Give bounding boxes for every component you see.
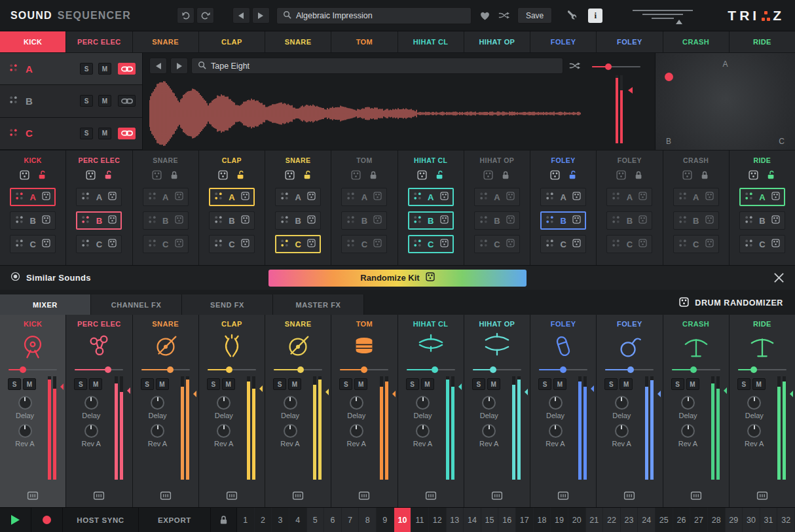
channel-mute-button[interactable]: M — [752, 378, 766, 390]
kit-cell-perc-elec-b[interactable]: B — [76, 211, 122, 230]
step-cell-12[interactable]: 12 — [429, 508, 447, 532]
step-cell-29[interactable]: 29 — [726, 508, 743, 532]
settings-wrench-icon[interactable] — [568, 10, 579, 21]
dice-icon[interactable] — [572, 215, 581, 226]
kit-cell-kick-c[interactable]: C — [10, 235, 56, 253]
kit-cell-snare-a[interactable]: A — [275, 188, 321, 206]
sample-volume-slider[interactable] — [592, 63, 640, 70]
channel-mute-button[interactable]: M — [487, 378, 500, 390]
track-tab-hihat-cl-7[interactable]: HIHAT CL — [398, 31, 464, 52]
step-cell-1[interactable]: 1 — [237, 508, 255, 532]
dice-icon[interactable] — [550, 170, 560, 183]
kit-cell-foley-a[interactable]: A — [540, 188, 586, 206]
delay-knob[interactable] — [482, 396, 496, 410]
dice-icon[interactable] — [351, 170, 361, 183]
lock-icon[interactable] — [502, 170, 510, 183]
channel-pan-slider[interactable] — [738, 366, 786, 374]
step-cell-22[interactable]: 22 — [603, 508, 621, 532]
redo-button[interactable] — [196, 7, 214, 24]
channel-solo-button[interactable]: S — [406, 378, 419, 390]
reverb-knob[interactable] — [151, 424, 164, 438]
dice-icon[interactable] — [218, 170, 228, 183]
save-button[interactable]: Save — [517, 7, 552, 24]
unlock-icon[interactable] — [568, 170, 577, 183]
favorite-heart-icon[interactable] — [480, 11, 490, 20]
dice-icon[interactable] — [175, 215, 183, 226]
kit-cell-ride-a[interactable]: A — [739, 188, 785, 206]
step-cell-7[interactable]: 7 — [342, 508, 360, 532]
preset-next-button[interactable] — [252, 7, 270, 24]
channel-solo-button[interactable]: S — [737, 378, 750, 390]
kit-cell-foley-c[interactable]: C — [540, 235, 586, 253]
kit-cell-foley-a[interactable]: A — [606, 188, 652, 206]
dice-icon[interactable] — [440, 238, 449, 250]
channel-solo-button[interactable]: S — [207, 378, 220, 390]
reverb-knob[interactable] — [217, 424, 231, 438]
layer-row-b[interactable]: BSM — [0, 85, 142, 117]
channel-solo-button[interactable]: S — [141, 378, 154, 390]
output-route-icon[interactable] — [293, 491, 304, 503]
output-route-icon[interactable] — [425, 491, 436, 503]
layer-link-button[interactable] — [118, 95, 136, 107]
layer-row-a[interactable]: ASM — [0, 53, 142, 85]
channel-pan-slider[interactable] — [605, 366, 654, 374]
layer-solo-button[interactable]: S — [80, 128, 93, 139]
sample-prev-button[interactable] — [149, 58, 167, 74]
kit-cell-crash-b[interactable]: B — [673, 211, 719, 230]
reverb-knob[interactable] — [416, 424, 430, 438]
dice-icon[interactable] — [638, 238, 647, 250]
delay-knob[interactable] — [681, 396, 695, 410]
dice-icon[interactable] — [108, 215, 117, 226]
step-cell-17[interactable]: 17 — [516, 508, 534, 532]
step-cell-3[interactable]: 3 — [272, 508, 289, 532]
reverb-knob[interactable] — [284, 424, 297, 438]
kit-cell-clap-b[interactable]: B — [209, 211, 255, 230]
dice-icon[interactable] — [241, 238, 250, 250]
dice-icon[interactable] — [108, 191, 117, 203]
dice-icon[interactable] — [440, 215, 449, 226]
fx-tab-master-fx[interactable]: MASTER FX — [273, 294, 364, 315]
track-tab-perc-elec-2[interactable]: PERC ELEC — [66, 31, 132, 52]
dice-icon[interactable] — [506, 191, 515, 203]
step-cell-30[interactable]: 30 — [743, 508, 760, 532]
delay-knob[interactable] — [284, 396, 297, 410]
channel-solo-button[interactable]: S — [339, 378, 352, 390]
kit-cell-crash-c[interactable]: C — [673, 235, 719, 253]
delay-knob[interactable] — [217, 396, 231, 410]
dice-icon[interactable] — [285, 170, 295, 183]
xy-cursor[interactable] — [665, 73, 673, 81]
kit-cell-snare-b[interactable]: B — [275, 211, 321, 230]
output-route-icon[interactable] — [491, 491, 502, 503]
dice-icon[interactable] — [373, 215, 382, 226]
kit-cell-foley-b[interactable]: B — [606, 211, 652, 230]
step-cell-9[interactable]: 9 — [377, 508, 394, 532]
kit-cell-hihat-op-a[interactable]: A — [474, 188, 520, 206]
channel-solo-button[interactable]: S — [472, 378, 485, 390]
channel-mute-button[interactable]: M — [553, 378, 566, 390]
output-route-icon[interactable] — [28, 491, 39, 503]
delay-knob[interactable] — [747, 396, 761, 410]
dice-icon[interactable] — [771, 215, 780, 226]
dice-icon[interactable] — [20, 170, 29, 183]
kit-cell-clap-c[interactable]: C — [209, 235, 255, 253]
channel-mute-button[interactable]: M — [288, 378, 301, 390]
waveform-display[interactable] — [149, 77, 582, 150]
reverb-knob[interactable] — [615, 424, 629, 438]
record-button[interactable] — [31, 508, 63, 532]
reverb-knob[interactable] — [18, 424, 32, 438]
channel-mute-button[interactable]: M — [686, 378, 699, 390]
info-button[interactable]: i — [588, 9, 602, 23]
delay-knob[interactable] — [350, 396, 363, 410]
layer-link-button[interactable] — [118, 128, 136, 139]
step-cell-18[interactable]: 18 — [534, 508, 551, 532]
output-route-icon[interactable] — [690, 491, 701, 503]
dice-icon[interactable] — [241, 215, 250, 226]
dice-icon[interactable] — [705, 215, 714, 226]
unlock-icon[interactable] — [104, 170, 113, 183]
channel-mute-button[interactable]: M — [222, 378, 235, 390]
similar-radio-icon[interactable] — [10, 272, 20, 284]
step-cell-32[interactable]: 32 — [777, 508, 795, 532]
kit-cell-clap-a[interactable]: A — [209, 188, 255, 206]
step-cell-21[interactable]: 21 — [586, 508, 604, 532]
kit-cell-snare-b[interactable]: B — [143, 211, 189, 230]
